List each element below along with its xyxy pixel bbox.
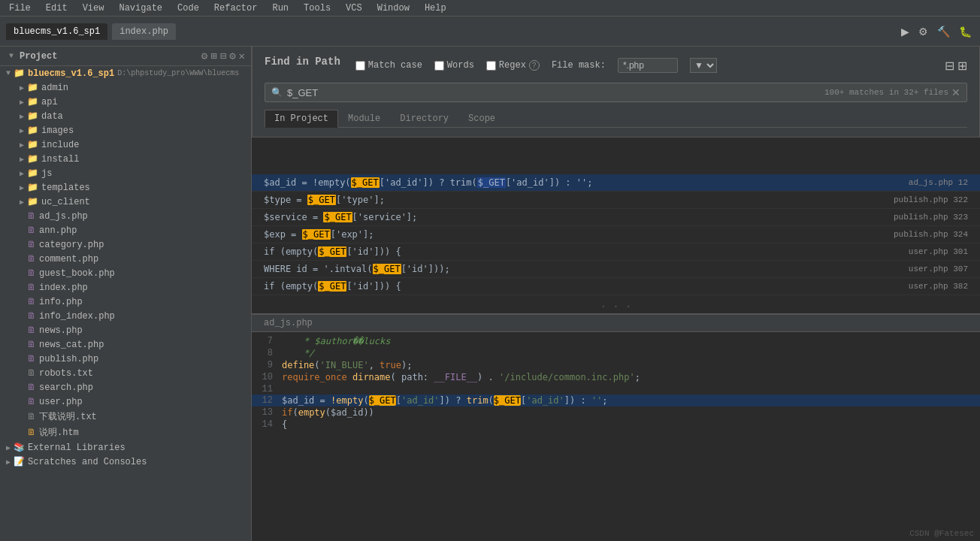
menu-help[interactable]: Help: [422, 3, 449, 14]
tree-folder-admin[interactable]: ▶ 📁 admin: [0, 80, 251, 95]
result-item-6[interactable]: WHERE id = '.intval($_GET['id'])); user.…: [252, 261, 980, 278]
user-label: user.php: [39, 397, 83, 407]
code-line-14: 14 {: [252, 419, 980, 431]
menu-code[interactable]: Code: [174, 3, 202, 14]
clear-search-button[interactable]: ✕: [951, 86, 960, 98]
words-input[interactable]: [434, 61, 444, 71]
menu-edit[interactable]: Edit: [43, 3, 71, 14]
tree-file-comment[interactable]: 🗎 comment.php: [0, 252, 251, 266]
tree-file-category[interactable]: 🗎 category.php: [0, 237, 251, 252]
line-content-8: */: [282, 347, 314, 359]
root-arrow-icon: ▼: [3, 69, 14, 77]
result-item-2[interactable]: $type = $_GET['type']; publish.php 322: [252, 192, 980, 209]
settings-button[interactable]: ⚙: [916, 23, 930, 40]
tree-file-readme[interactable]: 🗎 说明.htm: [0, 425, 251, 440]
result-code-3: $service = $_GET['service'];: [264, 212, 888, 222]
tree-file-search[interactable]: 🗎 search.php: [0, 380, 251, 394]
sidebar-collapse-icon[interactable]: ⊟: [220, 50, 226, 62]
result-ellipsis: . . .: [252, 295, 980, 313]
menu-refactor[interactable]: Refactor: [211, 3, 261, 14]
tree-file-info[interactable]: 🗎 info.php: [0, 295, 251, 309]
file-mask-input[interactable]: [618, 58, 678, 73]
menu-run[interactable]: Run: [269, 3, 292, 14]
sidebar-expand-icon[interactable]: ⊞: [210, 50, 216, 62]
regex-input[interactable]: [486, 61, 496, 71]
tree-folder-uc-client[interactable]: ▶ 📁 uc_client: [0, 195, 251, 209]
tree-root[interactable]: ▼ 📁 bluecms_v1.6_sp1 D:\phpstudy_pro\WWW…: [0, 66, 251, 80]
images-arrow-icon: ▶: [17, 126, 27, 135]
tab-scope[interactable]: Scope: [458, 110, 505, 127]
debug-button[interactable]: 🐛: [957, 23, 974, 40]
build-button[interactable]: 🔨: [935, 23, 952, 40]
match-case-input[interactable]: [355, 61, 365, 71]
tree-file-ann[interactable]: 🗎 ann.php: [0, 223, 251, 237]
info-label: info.php: [39, 297, 83, 307]
tree-folder-data[interactable]: ▶ 📁 data: [0, 109, 251, 123]
js-arrow-icon: ▶: [17, 169, 27, 178]
install-label: install: [41, 154, 79, 165]
index-label: index.php: [39, 283, 88, 293]
result-code-6: WHERE id = '.intval($_GET['id']));: [264, 264, 903, 274]
external-libraries-label: External Libraries: [28, 443, 126, 453]
sidebar-settings-icon[interactable]: ⚙: [201, 50, 207, 62]
file-tab[interactable]: index.php: [112, 23, 176, 40]
run-button[interactable]: ▶: [899, 23, 912, 40]
category-file-icon: 🗎: [27, 239, 36, 250]
menu-navigate[interactable]: Navigate: [116, 3, 165, 14]
tree-file-download-note[interactable]: 🗎 下载说明.txt: [0, 409, 251, 425]
tree-folder-api[interactable]: ▶ 📁 api: [0, 95, 251, 109]
match-case-checkbox[interactable]: Match case: [355, 60, 422, 71]
words-checkbox[interactable]: Words: [434, 60, 474, 71]
tree-file-info-index[interactable]: 🗎 info_index.php: [0, 309, 251, 323]
project-dropdown-icon: ▼: [6, 52, 17, 60]
tree-file-news[interactable]: 🗎 news.php: [0, 323, 251, 337]
menu-window[interactable]: Window: [374, 3, 413, 14]
sidebar-gear-icon[interactable]: ⚙: [229, 50, 235, 62]
tree-file-news-cat[interactable]: 🗎 news_cat.php: [0, 337, 251, 352]
include-folder-icon: 📁: [27, 139, 38, 150]
tree-file-robots[interactable]: 🗎 robots.txt: [0, 366, 251, 380]
ann-file-icon: 🗎: [27, 225, 36, 236]
tree-folder-install[interactable]: ▶ 📁 install: [0, 152, 251, 166]
result-item-7[interactable]: if (empty($_GET['id'])) { user.php 382: [252, 278, 980, 295]
search-row: 🔍 100+ matches in 32+ files ✕: [265, 83, 967, 102]
preview-panel: ad_js.php 7 * $author��lucks 8 */: [252, 313, 980, 434]
code-line-7: 7 * $author��lucks: [252, 335, 980, 347]
result-item-3[interactable]: $service = $_GET['service']; publish.php…: [252, 209, 980, 226]
tree-file-user[interactable]: 🗎 user.php: [0, 394, 251, 409]
tree-folder-js[interactable]: ▶ 📁 js: [0, 166, 251, 180]
tree-folder-images[interactable]: ▶ 📁 images: [0, 123, 251, 138]
menu-vcs[interactable]: VCS: [343, 3, 365, 14]
result-item-1[interactable]: $ad_id = !empty($_GET['ad_id']) ? trim($…: [252, 174, 980, 192]
sidebar-close-icon[interactable]: ✕: [239, 50, 245, 62]
tree-folder-include[interactable]: ▶ 📁 include: [0, 138, 251, 152]
tab-module[interactable]: Module: [338, 110, 390, 127]
tree-file-guest-book[interactable]: 🗎 guest_book.php: [0, 266, 251, 280]
search-input[interactable]: [287, 87, 824, 98]
expand-button[interactable]: ⊞: [957, 59, 967, 73]
menu-tools[interactable]: Tools: [301, 3, 334, 14]
filter-button[interactable]: ⊟: [945, 59, 954, 73]
preview-filename: ad_js.php: [264, 318, 313, 328]
highlight-7: $_GET: [373, 264, 401, 274]
tree-scratches[interactable]: ▶ 📝 Scratches and Consoles: [0, 455, 251, 469]
tree-file-index[interactable]: 🗎 index.php: [0, 280, 251, 295]
result-code-5: if (empty($_GET['id'])) {: [264, 246, 903, 257]
menu-file[interactable]: File: [6, 3, 34, 14]
tree-external-libraries[interactable]: ▶ 📚 External Libraries: [0, 440, 251, 455]
result-item-5[interactable]: if (empty($_GET['id'])) { user.php 301: [252, 243, 980, 261]
file-mask-dropdown[interactable]: ▼: [690, 58, 717, 73]
result-item-4[interactable]: $exp = $_GET['exp']; publish.php 324: [252, 226, 980, 243]
comment-file-icon: 🗎: [27, 253, 36, 264]
menu-view[interactable]: View: [80, 3, 107, 14]
project-tab[interactable]: bluecms_v1.6_sp1: [6, 23, 107, 40]
tab-in-project[interactable]: In Project: [265, 110, 338, 128]
tree-file-publish[interactable]: 🗎 publish.php: [0, 352, 251, 366]
tree-folder-templates[interactable]: ▶ 📁 templates: [0, 180, 251, 195]
api-label: api: [41, 97, 58, 107]
tree-file-ad-js[interactable]: 🗎 ad_js.php: [0, 209, 251, 223]
download-note-label: 下载说明.txt: [39, 410, 97, 423]
tab-directory[interactable]: Directory: [390, 110, 458, 127]
regex-checkbox[interactable]: Regex ?: [486, 60, 540, 71]
line-content-7: * $author��lucks: [282, 335, 391, 347]
